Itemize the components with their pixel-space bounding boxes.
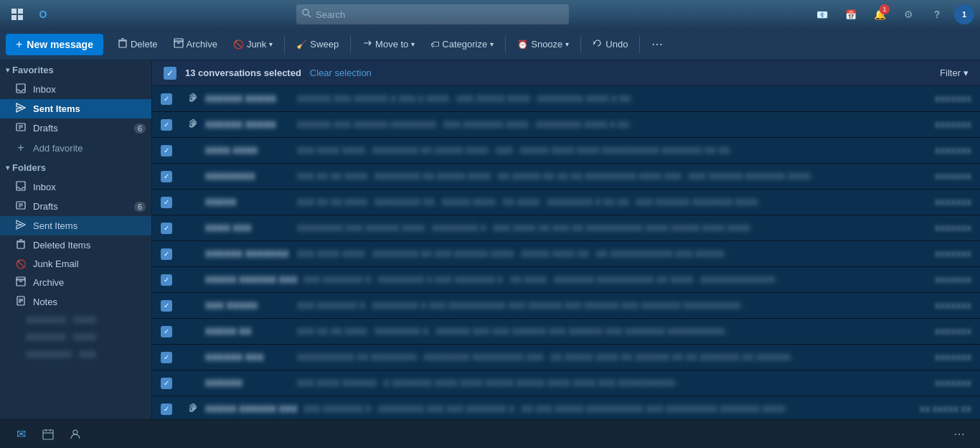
archive-button[interactable]: Archive [166, 35, 225, 53]
svg-rect-0 [11, 9, 17, 14]
move-to-button[interactable]: Move to ▾ [355, 35, 422, 53]
action-separator-5 [639, 36, 640, 53]
sidebar-item-deleted-folder[interactable]: Deleted Items [0, 235, 151, 255]
bottom-nav-people[interactable] [63, 422, 88, 447]
sidebar-item-sent-folder[interactable]: Sent Items [0, 216, 151, 235]
message-sender: XXXXX [205, 197, 291, 207]
message-checkbox[interactable]: ✓ [161, 197, 172, 208]
sidebar-item-sub2[interactable]: XXXXXXX · XXXX [0, 329, 151, 346]
select-all-checkbox[interactable]: ✓ [164, 67, 176, 80]
message-row[interactable]: ✓XXXXXXXX XX XX XXXX · XXXXXXXX XX · XXX… [152, 190, 980, 215]
categorize-chevron-icon: ▾ [490, 40, 494, 48]
inbox-icon [14, 83, 27, 95]
categorize-button[interactable]: 🏷 Categorize ▾ [423, 36, 501, 52]
topbar-right: 📧 📅 🔔 1 ⚙ ? 1 [811, 3, 974, 26]
grid-icon[interactable] [6, 3, 29, 26]
message-checkbox[interactable]: ✓ [161, 93, 172, 105]
message-checkbox[interactable]: ✓ [161, 274, 172, 286]
sidebar-item-notes-folder[interactable]: Notes [0, 292, 151, 312]
delete-icon [118, 38, 128, 50]
delete-label: Delete [131, 39, 158, 50]
sidebar-item-notes-folder-label: Notes [33, 297, 57, 307]
message-checkbox[interactable]: ✓ [161, 145, 172, 157]
new-message-button[interactable]: + New message [6, 34, 103, 55]
message-row[interactable]: ✓XXXXXXXXX XXXX XXXXXX · X XXXXXXX XXXX … [152, 370, 980, 396]
calendar-icon[interactable]: 📅 [839, 3, 862, 26]
search-bar [296, 4, 569, 24]
search-icon [302, 8, 311, 21]
message-row[interactable]: ✓XXXXXX XXXXXXXXXX XXXX XXXX · XXXXXXXX … [152, 241, 980, 267]
junk-button[interactable]: 🚫 Junk ▾ [226, 36, 280, 52]
message-row[interactable]: ✓XXXXXXXXXXX XX XX XXXX · XXXXXXXX XX XX… [152, 164, 980, 190]
search-input[interactable] [316, 9, 563, 20]
message-row[interactable]: ✓XXXXX XXXXXX XXXXXX XXXXXXX X · XXXXXXX… [152, 396, 980, 419]
sidebar-item-sub3-label: XXXXXXXX · XXX [26, 350, 96, 360]
message-date: XXXXXXX [935, 121, 971, 129]
snooze-chevron-icon: ▾ [565, 40, 569, 48]
sidebar-item-drafts-folder[interactable]: Drafts 6 [0, 197, 151, 216]
sidebar-item-sub3[interactable]: XXXXXXXX · XXX [0, 346, 151, 363]
message-checkbox[interactable]: ✓ [161, 119, 172, 131]
message-content: XXX XX XX XXXX · XXXXXXXX XX · XXXXX XXX… [297, 197, 923, 207]
sidebar-item-add-favorite[interactable]: + Add favorite [0, 138, 151, 158]
action-separator-3 [505, 36, 506, 53]
message-checkbox[interactable]: ✓ [161, 300, 172, 312]
sidebar-item-sent-folder-label: Sent Items [33, 220, 77, 231]
profile-badge[interactable]: 1 [954, 4, 974, 24]
message-checkbox[interactable]: ✓ [161, 171, 172, 182]
sidebar-item-drafts-fav[interactable]: Drafts 6 [0, 118, 151, 138]
help-icon[interactable]: ? [925, 3, 948, 26]
sidebar-item-sent-fav-label: Sent Items [33, 103, 80, 114]
favorites-section-header[interactable]: ▾ Favorites [0, 60, 151, 80]
new-message-icon: + [16, 38, 22, 51]
message-row[interactable]: ✓XXXXX XXXXX XX XX XXXX · XXXXXXXX X · X… [152, 319, 980, 345]
message-checkbox[interactable]: ✓ [161, 248, 172, 260]
message-row[interactable]: ✓XXXX XXXXXXXXXXX XXX XXXXXX XXXX · XXXX… [152, 215, 980, 241]
sidebar-item-inbox-fav[interactable]: Inbox [0, 80, 151, 99]
drafts-fav-icon [14, 122, 27, 134]
undo-button[interactable]: Undo [585, 35, 635, 53]
outlook-toggle-icon[interactable]: 📧 [811, 3, 834, 26]
bottom-nav-mail[interactable]: ✉ [9, 422, 33, 447]
message-sender: XXXXXX XXXXX [205, 93, 291, 104]
clear-selection-link[interactable]: Clear selection [310, 67, 372, 78]
message-row[interactable]: ✓XXXXXX XXXXXXXXXXXXX XX XXXXXXXX · XXXX… [152, 345, 980, 370]
outlook-logo[interactable]: O [32, 3, 55, 26]
filter-button[interactable]: Filter ▾ [940, 67, 969, 78]
message-row[interactable]: ✓XXXXXX XXXXXXXXXXX XXX XXXXXX X XXX X X… [152, 86, 980, 112]
message-row[interactable]: ✓XXX XXXXXXXX XXXXXXX X · XXXXXXXX X XXX… [152, 293, 980, 319]
message-checkbox[interactable]: ✓ [161, 403, 172, 415]
message-row[interactable]: ✓XXXXXX XXXXXXXXXXX XXX XXXXXX XXXXXXXX … [152, 112, 980, 138]
folders-section-header[interactable]: ▾ Folders [0, 158, 151, 177]
notification-bell-icon[interactable]: 🔔 1 [868, 3, 891, 26]
settings-icon[interactable]: ⚙ [897, 3, 920, 26]
sidebar-item-drafts-folder-label: Drafts [33, 201, 58, 212]
sidebar-item-inbox-folder[interactable]: Inbox [0, 177, 151, 197]
undo-label: Undo [606, 39, 628, 50]
delete-button[interactable]: Delete [110, 35, 165, 53]
sweep-label: Sweep [310, 39, 339, 50]
sidebar-item-sub1[interactable]: XXXXXXX · XXXX [0, 312, 151, 329]
message-date: XXXXXXX [935, 250, 971, 258]
sweep-button[interactable]: 🧹 Sweep [289, 36, 346, 52]
message-date: XXXXXXX [935, 276, 971, 284]
message-sender: XXX XXXXX [205, 300, 291, 311]
message-checkbox[interactable]: ✓ [161, 326, 172, 337]
message-row[interactable]: ✓XXXXX XXXXXX XXXXXX XXXXXXX X · XXXXXXX… [152, 267, 980, 293]
sidebar-item-archive-folder[interactable]: Archive [0, 273, 151, 292]
more-actions-button[interactable]: ⋯ [644, 34, 671, 54]
message-checkbox[interactable]: ✓ [161, 378, 172, 389]
message-checkbox[interactable]: ✓ [161, 223, 172, 234]
drafts-folder-icon [14, 200, 27, 213]
bottom-nav-calendar[interactable] [36, 422, 60, 447]
message-row[interactable]: ✓XXXX XXXXXXX XXXX XXXX · XXXXXXXX XX XX… [152, 138, 980, 164]
sidebar-item-sub2-label: XXXXXXX · XXXX [26, 332, 96, 342]
sidebar-item-archive-folder-label: Archive [33, 277, 64, 288]
junk-icon: 🚫 [233, 39, 244, 50]
snooze-button[interactable]: ⏰ Snooze ▾ [510, 36, 576, 52]
message-content: XXX XX XX XXXX · XXXXXXXX XX XXXXX XXXX … [297, 172, 923, 182]
sidebar-item-junk-folder[interactable]: 🚫 Junk Email [0, 255, 151, 273]
message-checkbox[interactable]: ✓ [161, 352, 172, 363]
bottom-nav-more[interactable]: ⋯ [947, 422, 971, 447]
sidebar-item-sent-fav[interactable]: Sent Items [0, 99, 151, 118]
